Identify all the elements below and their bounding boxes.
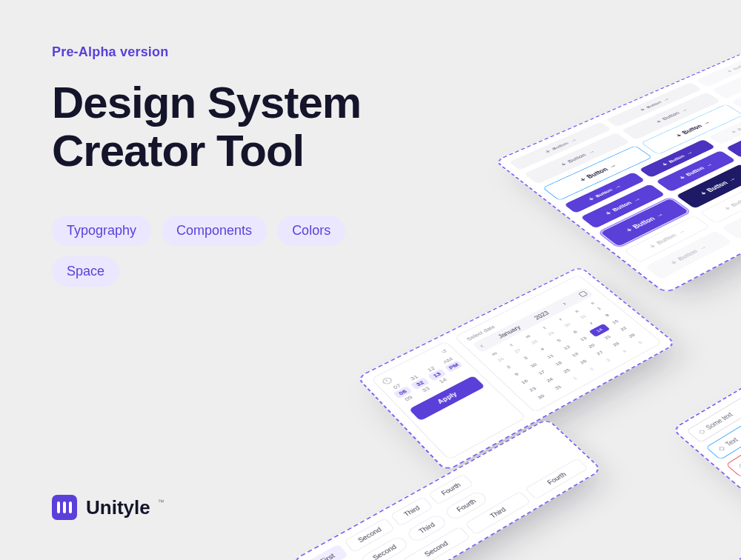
pagination-row: ‹ Prev12345…6	[663, 502, 741, 560]
tag-space[interactable]: Space	[52, 256, 119, 287]
brand-name: Unityle	[86, 496, 150, 519]
calendar-year: 2023	[533, 310, 550, 320]
calendar-grid: mtwtfss262728293031123456789101112131415…	[485, 298, 651, 404]
pagination-row: ‹ Prev12345…6	[682, 517, 741, 560]
prev-month-icon[interactable]: ‹	[477, 342, 485, 349]
tag-typography[interactable]: Typography	[52, 216, 151, 246]
user-icon: ◇	[696, 427, 707, 436]
text-input[interactable]: ◇Some text	[686, 347, 741, 443]
calendar-month: January	[496, 324, 522, 339]
user-icon: ◇	[736, 461, 741, 470]
input-fields-panel: ◇Some text ◇Text ◇Some text Field label …	[671, 337, 741, 541]
calendar-icon	[578, 291, 588, 298]
unityle-logo-icon	[52, 495, 77, 520]
clock-icon	[381, 376, 393, 385]
brand: Unityle ™	[52, 495, 165, 520]
title-line-2: Creator Tool	[52, 126, 304, 176]
buttons-showcase-panel: +Button→ +Button→ +Button→ +Button→ +But…	[494, 39, 741, 294]
tag-components[interactable]: Components	[162, 216, 267, 246]
history-icon: ↺	[440, 348, 450, 356]
trademark: ™	[158, 499, 165, 506]
segment-first[interactable]: First	[306, 544, 349, 560]
user-icon: ◇	[716, 444, 727, 453]
pagination-panel: ‹ Prev12345…6 ‹ Prev12345…6	[648, 491, 741, 560]
next-month-icon[interactable]: ›	[560, 301, 568, 307]
